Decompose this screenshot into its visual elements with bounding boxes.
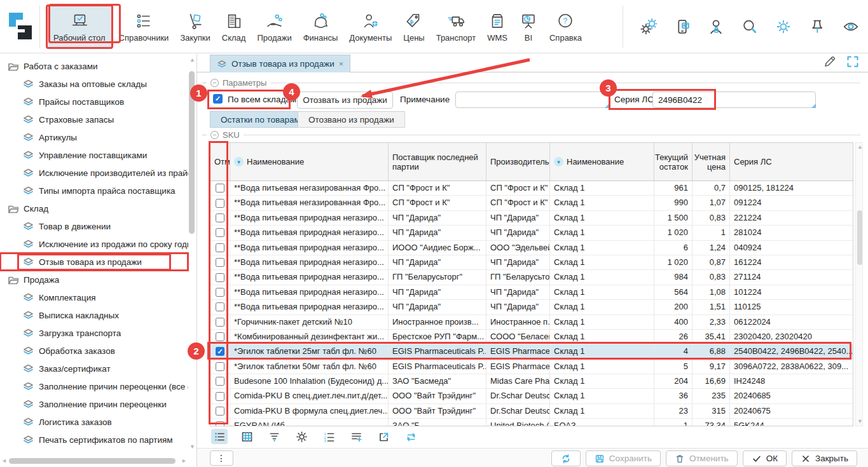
row-checkbox[interactable]: [216, 362, 224, 371]
user-lock-icon[interactable]: [708, 18, 724, 35]
table-row[interactable]: **Вода питьевая природная негазиро... ЧП…: [210, 226, 853, 240]
row-checkbox[interactable]: [216, 243, 224, 252]
sidebar-item[interactable]: Страховые запасы: [0, 111, 188, 128]
table-row[interactable]: **Вода питьевая природная негазиро... ЧП…: [210, 285, 853, 300]
toolbar-item-desktop[interactable]: Рабочий стол: [46, 4, 113, 49]
sidebar-item[interactable]: Обработка заказов: [0, 342, 188, 360]
sidebar-item[interactable]: Заполнение причин переоценки (все стр: [0, 377, 188, 395]
scroll-up-icon[interactable]: ▲: [189, 57, 195, 63]
more-menu-button[interactable]: ⋮: [210, 450, 233, 466]
row-checkbox[interactable]: ✓: [216, 347, 224, 356]
row-checkbox[interactable]: [216, 318, 224, 327]
filter-icon[interactable]: ▾: [554, 157, 563, 166]
series-input[interactable]: [652, 91, 816, 108]
cancel-button[interactable]: Отменить: [666, 450, 738, 466]
table-vertical-scrollbar[interactable]: ▲ ▼: [855, 142, 863, 426]
sidebar-item[interactable]: Выписка накладных: [0, 306, 188, 324]
toolbar-item-documents[interactable]: Документы: [343, 4, 397, 49]
tab-recall-from-sale[interactable]: Отзыв товара из продажи ×: [210, 55, 350, 72]
col-header-supplier[interactable]: Поставщик последней партии: [389, 143, 486, 180]
ok-button[interactable]: ОК: [743, 450, 787, 466]
visibility-icon[interactable]: [843, 18, 859, 35]
filter-icon[interactable]: [266, 429, 282, 444]
tab-close-icon[interactable]: ×: [339, 59, 344, 69]
sidebar-item[interactable]: Печать сертификатов по партиям: [0, 431, 188, 449]
sidebar-vertical-scrollbar[interactable]: ▲ ▼: [188, 56, 195, 451]
table-row[interactable]: EGYRAN (Иб... ЗАО "Б... United Biotech (…: [210, 419, 853, 426]
toolbar-item-sales[interactable]: Продажи: [251, 4, 297, 49]
table-row[interactable]: **Вода питьевая природная негазиро... ЧП…: [210, 300, 853, 315]
col-header-warehouse[interactable]: ▾Наименование: [550, 143, 654, 180]
view-grid-icon[interactable]: [238, 429, 255, 444]
reload-grid-icon[interactable]: [403, 429, 419, 444]
row-checkbox[interactable]: [216, 184, 224, 193]
toolbar-item-warehouse[interactable]: Склад: [216, 4, 252, 49]
sidebar-item[interactable]: Отзыв товара из продажи: [0, 253, 188, 271]
close-button[interactable]: Закрыть: [792, 450, 857, 466]
sidebar-item[interactable]: Продажа: [0, 271, 188, 288]
sidebar-item[interactable]: Работа с заказами: [0, 57, 188, 75]
col-header-mark[interactable]: Отм.: [210, 143, 230, 180]
row-checkbox[interactable]: [216, 273, 224, 282]
scroll-down-icon[interactable]: ▼: [857, 419, 863, 424]
collapse-sku-icon[interactable]: −: [210, 131, 219, 139]
toolbar-item-wms[interactable]: WMS: [481, 4, 513, 49]
add-to-list-icon[interactable]: [348, 429, 364, 444]
pin-icon[interactable]: [809, 18, 825, 35]
row-checkbox[interactable]: [216, 421, 224, 426]
toolbar-item-help[interactable]: ? Справка: [544, 4, 588, 49]
scroll-left-icon[interactable]: ◄: [1, 458, 7, 464]
sidebar-item[interactable]: Исключение производителей из прайса: [0, 164, 188, 182]
row-checkbox[interactable]: [216, 199, 224, 208]
col-header-series[interactable]: Серия ЛС: [730, 143, 853, 180]
table-row[interactable]: **Вода питьевая природная негазиро... ЧП…: [210, 211, 853, 226]
sidebar-item[interactable]: Логистика заказов: [0, 413, 188, 431]
refresh-button[interactable]: [551, 450, 581, 466]
table-row[interactable]: **Вода питьевая негазированная Фро... СП…: [210, 196, 853, 210]
row-checkbox[interactable]: [216, 377, 224, 386]
note-input[interactable]: [455, 91, 609, 108]
settings-gears-icon[interactable]: [640, 18, 657, 35]
scrollbar-thumb[interactable]: [189, 71, 195, 234]
sidebar-item[interactable]: Типы импорта прайса поставщика: [0, 182, 188, 200]
tab-recalled-from-sale[interactable]: Отозвано из продажи: [298, 111, 405, 128]
sidebar-item[interactable]: Заказы на оптовые склады: [0, 75, 188, 93]
col-header-name[interactable]: ▾Наименование: [230, 143, 389, 180]
table-row[interactable]: *Эгилок таблетки 50мг табл фл. №60 EGIS …: [210, 360, 853, 374]
toolbar-item-finance[interactable]: Финансы: [298, 4, 344, 49]
open-external-icon[interactable]: [375, 429, 392, 444]
edit-pencil-icon[interactable]: [823, 55, 836, 68]
filter-icon[interactable]: ▾: [234, 157, 244, 166]
scrollbar-thumb[interactable]: [857, 210, 862, 265]
scroll-up-icon[interactable]: ▲: [857, 144, 863, 150]
tab-stock-by-goods[interactable]: Остатки по товарам: [210, 111, 311, 128]
row-checkbox[interactable]: [216, 392, 224, 401]
collapse-params-icon[interactable]: −: [210, 79, 219, 87]
toolbar-item-bi[interactable]: BI: [513, 4, 544, 49]
sidebar-item[interactable]: Заказ/сертификат: [0, 360, 188, 377]
table-row[interactable]: Budesone 100 Inhalation (Будесонид) д...…: [210, 374, 853, 389]
row-checkbox[interactable]: [216, 288, 224, 297]
col-header-producer[interactable]: Производитель: [486, 143, 550, 180]
phone-messages-icon[interactable]: [674, 18, 691, 35]
toolbar-item-transport[interactable]: Транспорт: [431, 4, 482, 49]
row-checkbox[interactable]: [216, 228, 224, 237]
sidebar-horizontal-scrollbar[interactable]: ◄ ►: [1, 457, 187, 464]
table-row[interactable]: ✓ *Эгилок таблетки 25мг табл фл. №60 EGI…: [210, 344, 853, 359]
sidebar-item[interactable]: Заполнение причин переоценки: [0, 395, 188, 413]
sidebar-item[interactable]: Склад: [0, 200, 188, 217]
sidebar-item[interactable]: Артикулы: [0, 128, 188, 146]
table-row[interactable]: Comida-PKU B формула спец.диет.леч.... О…: [210, 404, 853, 419]
toolbar-item-prices[interactable]: Цены: [397, 4, 430, 49]
sidebar-item[interactable]: Прайсы поставщиков: [0, 93, 188, 111]
all-warehouses-checkbox[interactable]: ✓: [213, 94, 223, 104]
table-row[interactable]: **Вода питьевая негазированная Фро... СП…: [210, 181, 853, 196]
scrollbar-thumb[interactable]: [9, 458, 176, 464]
numbered-list-icon[interactable]: 123: [320, 429, 337, 444]
scroll-right-icon[interactable]: ►: [181, 458, 187, 464]
col-header-book-price[interactable]: Учетная цена: [692, 143, 730, 180]
table-row[interactable]: **Вода питьевая природная негазиро... ЧП…: [210, 255, 853, 270]
col-header-current-stock[interactable]: Текущий остаток: [654, 143, 692, 180]
sidebar-item[interactable]: Комплектация: [0, 288, 188, 306]
sidebar-item[interactable]: Загрузка транспорта: [0, 324, 188, 342]
